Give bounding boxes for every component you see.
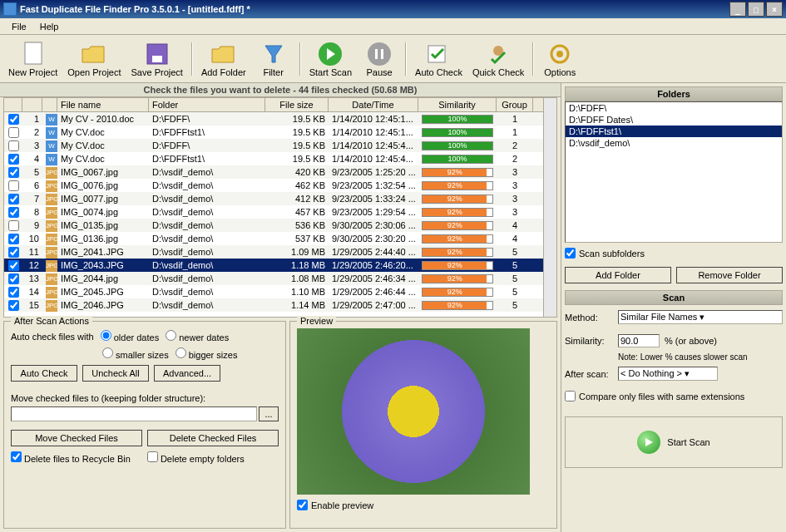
cell-similarity: 100% — [418, 114, 497, 125]
recycle-checkbox[interactable]: Delete files to Recycle Bin — [11, 451, 131, 464]
row-checkbox[interactable] — [8, 300, 19, 311]
col-datetime[interactable]: Date/Time — [329, 98, 418, 111]
method-select[interactable]: Similar File Names ▾ — [618, 310, 783, 324]
folder-add-icon — [210, 41, 237, 67]
folder-list-item[interactable]: D:\FDFF\ — [566, 102, 782, 114]
table-row[interactable]: 2WMy CV.docD:\FDFFtst1\19.5 KB1/14/2010 … — [4, 126, 543, 139]
table-row[interactable]: 10JPGIMG_0136.jpgD:\vsdif_demo\537 KB9/3… — [4, 232, 543, 245]
row-checkbox[interactable] — [8, 154, 19, 165]
folder-list-item[interactable]: D:\FDFFtst1\ — [566, 126, 782, 137]
row-checkbox[interactable] — [8, 140, 19, 151]
col-filename[interactable]: File name — [57, 98, 149, 111]
table-row[interactable]: 6JPGIMG_0076.jpgD:\vsdif_demo\462 KB9/23… — [4, 179, 543, 192]
minimize-button[interactable]: _ — [729, 2, 746, 17]
folder-list-item[interactable]: D:\FDFF Dates\ — [566, 114, 782, 126]
menu-file[interactable]: File — [5, 20, 33, 32]
row-checkbox[interactable] — [8, 273, 19, 284]
close-button[interactable]: × — [766, 2, 783, 17]
pause-icon — [366, 41, 393, 67]
cell-filename: IMG_0067.jpg — [57, 166, 149, 178]
remove-folder-btn[interactable]: Remove Folder — [676, 267, 783, 283]
after-scan-select[interactable]: < Do Nothing > ▾ — [618, 367, 718, 381]
browse-button[interactable]: ... — [259, 406, 279, 421]
start-scan-button[interactable]: Start Scan — [304, 39, 357, 79]
table-row[interactable]: 12JPGIMG_2043.JPGD:\vsdif_demo\1.18 MB1/… — [4, 259, 543, 272]
col-folder[interactable]: Folder — [149, 98, 265, 111]
row-checkbox[interactable] — [8, 207, 19, 218]
table-row[interactable]: 9JPGIMG_0135.jpgD:\vsdif_demo\536 KB9/30… — [4, 219, 543, 232]
empty-folders-checkbox[interactable]: Delete empty folders — [147, 451, 245, 464]
row-checkbox[interactable] — [8, 247, 19, 258]
new-project-button[interactable]: New Project — [3, 39, 62, 79]
compare-ext-checkbox[interactable]: Compare only files with same extensions — [565, 391, 783, 401]
cell-group: 3 — [497, 166, 533, 178]
table-row[interactable]: 1WMy CV - 2010.docD:\FDFF\19.5 KB1/14/20… — [4, 112, 543, 126]
advanced-btn[interactable]: Advanced... — [154, 365, 220, 382]
svg-rect-0 — [25, 42, 42, 64]
radio-newer-dates[interactable]: newer dates — [166, 330, 229, 342]
table-row[interactable]: 14JPGIMG_2045.JPGD:\vsdif_demo\1.10 MB1/… — [4, 285, 543, 298]
table-row[interactable]: 4WMy CV.docD:\FDFFtst1\19.5 KB1/14/2010 … — [4, 152, 543, 165]
folder-list[interactable]: D:\FDFF\D:\FDFF Dates\D:\FDFFtst1\D:\vsd… — [565, 101, 783, 243]
col-check[interactable] — [4, 98, 22, 111]
menu-help[interactable]: Help — [33, 20, 66, 32]
add-folder-btn[interactable]: Add Folder — [565, 267, 671, 283]
delete-checked-btn[interactable]: Delete Checked Files — [147, 430, 279, 446]
add-folder-button[interactable]: Add Folder — [196, 39, 251, 79]
enable-preview-checkbox[interactable]: Enable preview — [297, 500, 550, 510]
col-similarity[interactable]: Similarity — [418, 98, 497, 111]
col-number[interactable] — [22, 98, 42, 111]
cell-folder: D:\FDFF\ — [149, 113, 265, 125]
row-checkbox[interactable] — [8, 287, 19, 298]
row-checkbox[interactable] — [8, 194, 19, 204]
table-row[interactable]: 15JPGIMG_2046.JPGD:\vsdif_demo\1.14 MB1/… — [4, 298, 543, 312]
table-row[interactable]: 11JPGIMG_2041.JPGD:\vsdif_demo\1.09 MB1/… — [4, 245, 543, 259]
auto-check-btn[interactable]: Auto Check — [11, 365, 77, 382]
row-checkbox[interactable] — [8, 220, 19, 231]
options-button[interactable]: Options — [537, 39, 582, 79]
row-checkbox[interactable] — [8, 114, 19, 125]
move-checked-btn[interactable]: Move Checked Files — [11, 430, 142, 446]
cell-size: 537 KB — [265, 233, 329, 244]
similarity-spinner[interactable] — [618, 334, 660, 347]
file-type-icon: JPG — [46, 234, 57, 245]
quick-check-button[interactable]: Quick Check — [467, 39, 529, 79]
table-scrollbar[interactable] — [543, 98, 556, 317]
table-row[interactable]: 3WMy CV.docD:\FDFF\19.5 KB1/14/2010 12:4… — [4, 139, 543, 152]
file-type-icon: JPG — [46, 207, 57, 219]
radio-older-dates[interactable]: older dates — [101, 330, 160, 342]
scan-subfolders-checkbox[interactable]: Scan subfolders — [565, 248, 783, 259]
table-row[interactable]: 7JPGIMG_0077.jpgD:\vsdif_demo\412 KB9/23… — [4, 192, 543, 205]
row-checkbox[interactable] — [8, 234, 19, 244]
row-checkbox[interactable] — [8, 167, 19, 178]
file-type-icon: JPG — [46, 180, 57, 192]
start-scan-big-button[interactable]: Start Scan — [565, 416, 783, 468]
row-checkbox[interactable] — [8, 180, 19, 191]
table-row[interactable]: 8JPGIMG_0074.jpgD:\vsdif_demo\457 KB9/23… — [4, 205, 543, 219]
cell-filename: IMG_2044.jpg — [57, 273, 149, 284]
auto-check-button[interactable]: Auto Check — [410, 39, 467, 79]
col-filesize[interactable]: File size — [265, 98, 329, 111]
folder-list-item[interactable]: D:\vsdif_demo\ — [566, 137, 782, 149]
radio-bigger-sizes[interactable]: bigger sizes — [175, 347, 238, 360]
row-checkbox[interactable] — [8, 260, 19, 271]
radio-smaller-sizes[interactable]: smaller sizes — [102, 347, 169, 360]
col-icon[interactable] — [42, 98, 57, 111]
open-project-button[interactable]: Open Project — [62, 39, 126, 79]
pause-button[interactable]: Pause — [357, 39, 402, 79]
cell-size: 19.5 KB — [265, 153, 329, 165]
filter-button[interactable]: Filter — [251, 39, 296, 79]
save-project-button[interactable]: Save Project — [126, 39, 188, 79]
uncheck-all-btn[interactable]: Uncheck All — [82, 365, 149, 382]
table-row[interactable]: 5JPGIMG_0067.jpgD:\vsdif_demo\420 KB9/23… — [4, 165, 543, 179]
cell-group: 5 — [497, 259, 533, 271]
maximize-button[interactable]: □ — [748, 2, 764, 17]
col-group[interactable]: Group — [497, 98, 533, 111]
file-type-icon: JPG — [46, 220, 57, 232]
move-path-input[interactable] — [11, 406, 257, 421]
app-icon — [3, 2, 17, 16]
cell-similarity: 92% — [418, 220, 497, 231]
table-row[interactable]: 13JPGIMG_2044.jpgD:\vsdif_demo\1.08 MB1/… — [4, 272, 543, 285]
row-checkbox[interactable] — [8, 127, 19, 138]
cell-size: 19.5 KB — [265, 140, 329, 151]
